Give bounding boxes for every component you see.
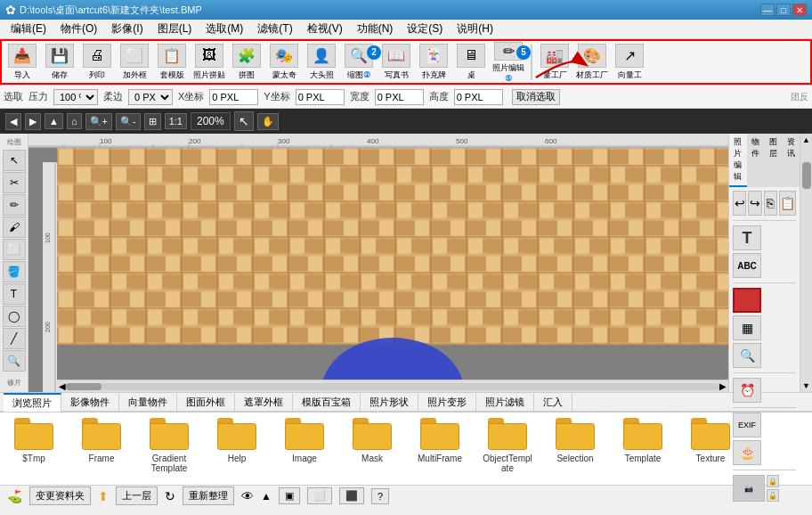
nav-1-1[interactable]: 1:1	[165, 113, 187, 129]
tool-crop[interactable]: ✂	[3, 172, 26, 193]
scroll-left-btn[interactable]: ◀	[59, 381, 66, 391]
x-input[interactable]	[209, 89, 258, 105]
hscroll-thumb[interactable]	[66, 383, 102, 390]
tool-pen[interactable]: ✏	[3, 194, 26, 216]
tool-fill[interactable]: 🪣	[3, 261, 26, 282]
status-question[interactable]: ?	[371, 488, 389, 504]
toolbar-save[interactable]: 💾 储存	[42, 43, 77, 82]
tab-layer[interactable]: 图层	[765, 134, 783, 187]
toolbar-puzzle[interactable]: 🧩 拼图	[229, 43, 264, 82]
tab-canvas-frame[interactable]: 图面外框	[177, 394, 235, 411]
folder-frame[interactable]: Frame	[75, 418, 128, 463]
h-input[interactable]	[454, 89, 503, 105]
folder-help[interactable]: Help	[210, 418, 264, 463]
menu-edit[interactable]: 编辑(E)	[4, 20, 53, 38]
status-btn3[interactable]: ⬛	[339, 487, 364, 504]
folder-image[interactable]: Image	[278, 418, 331, 463]
rt-gradient[interactable]: ▦	[733, 315, 761, 340]
folder-multiframe[interactable]: MultiFrame	[413, 418, 467, 463]
tab-import[interactable]: 汇入	[534, 394, 572, 411]
folder-selection[interactable]: Selection	[548, 418, 602, 463]
tool-shape[interactable]: ◯	[3, 306, 26, 327]
menu-settings[interactable]: 设定(S)	[400, 20, 450, 38]
toolbar-template[interactable]: 📋 套模版	[154, 43, 190, 82]
vscroll-up[interactable]: ▲	[802, 135, 810, 144]
nav-zoom-in[interactable]: 🔍+	[85, 113, 112, 130]
menu-layer[interactable]: 图层(L)	[150, 20, 199, 38]
menu-view[interactable]: 检视(V)	[300, 20, 350, 38]
toolbar-vector[interactable]: ↗ 向量工	[612, 43, 647, 82]
minimize-button[interactable]: —	[760, 4, 775, 16]
rt-birthday[interactable]: 🎂	[733, 440, 761, 465]
toolbar-print[interactable]: 🖨 列印	[79, 43, 115, 82]
tab-image-obj[interactable]: 影像物件	[61, 394, 119, 411]
rt-zoom[interactable]: 🔍	[733, 343, 761, 368]
status-eye-icon[interactable]: 👁	[241, 489, 254, 503]
rt-lock1[interactable]: 🔒	[767, 475, 779, 487]
tool-select[interactable]: ↖	[3, 150, 26, 171]
up-layer-btn[interactable]: 上一层	[116, 486, 158, 505]
nav-hand[interactable]: ✋	[257, 113, 279, 130]
toolbar-thumbnail[interactable]: 🔍 缩图② 2	[341, 43, 377, 82]
toolbar-poker[interactable]: 🃏 扑克牌	[416, 43, 451, 82]
y-input[interactable]	[296, 89, 345, 105]
tool-text[interactable]: T	[3, 283, 26, 305]
tool-zoom[interactable]: 🔍	[3, 350, 26, 372]
nav-zoom-out[interactable]: 🔍-	[116, 113, 141, 130]
folder-tmp[interactable]: $Tmp	[7, 418, 61, 463]
toolbar-frame[interactable]: ⬜ 加外框	[117, 43, 152, 82]
tab-photo-filter[interactable]: 照片滤镜	[476, 394, 534, 411]
rt-paste[interactable]: 📋	[779, 191, 796, 216]
rt-redo[interactable]: ↪	[748, 191, 761, 216]
vscroll-thumb[interactable]	[802, 162, 811, 189]
maximize-button[interactable]: □	[776, 4, 791, 16]
rt-thumbnail[interactable]: 📷	[733, 475, 765, 502]
vscroll-down[interactable]: ▼	[802, 381, 810, 390]
toolbar-photoedit[interactable]: ✏ 照片编辑⑤ 5	[491, 43, 526, 82]
cancel-select-btn[interactable]: 取消选取	[512, 89, 560, 105]
border-select[interactable]: 0 PXL	[128, 89, 173, 105]
folder-template[interactable]: Template	[616, 418, 670, 463]
tab-info[interactable]: 资讯	[782, 134, 800, 187]
rt-color-red[interactable]	[733, 288, 761, 313]
nav-fit[interactable]: ⊞	[144, 113, 161, 130]
status-btn2[interactable]: ⬜	[307, 487, 332, 504]
status-btn1[interactable]: ▣	[279, 487, 300, 504]
nav-cursor[interactable]: ↖	[234, 111, 254, 131]
rt-undo[interactable]: ↩	[733, 191, 746, 216]
tool-eraser[interactable]: ⬜	[3, 239, 26, 260]
status-up-icon[interactable]: ▲	[261, 490, 272, 503]
toolbar-montage[interactable]: 🎭 蒙太奇	[266, 43, 302, 82]
menu-image[interactable]: 影像(I)	[104, 20, 150, 38]
tab-browse[interactable]: 浏览照片	[4, 393, 61, 412]
rt-abc[interactable]: ABC	[733, 253, 761, 278]
nav-up[interactable]: ▲	[45, 113, 63, 129]
menu-object[interactable]: 物件(O)	[53, 20, 104, 38]
toolbar-photobook[interactable]: 📖 写真书	[378, 43, 414, 82]
toolbar-import[interactable]: 📥 导入	[4, 43, 40, 82]
tab-photo-shape[interactable]: 照片形状	[361, 394, 418, 411]
folder-object-template[interactable]: ObjectTemplate	[481, 418, 534, 473]
reorganize-btn[interactable]: 重新整理	[183, 486, 234, 505]
tab-template-box[interactable]: 模版百宝箱	[293, 394, 361, 411]
tab-object[interactable]: 物件	[747, 134, 765, 187]
folder-gradient-template[interactable]: GradientTemplate	[142, 418, 196, 473]
toolbar-bighead[interactable]: 👤 大头照	[304, 43, 339, 82]
tool-brush[interactable]: 🖌	[3, 217, 26, 238]
toolbar-desktop[interactable]: 🖥 桌	[453, 43, 489, 82]
pressure-select[interactable]: 100 %	[53, 89, 98, 105]
rt-text[interactable]: T	[733, 225, 761, 250]
hscroll-track[interactable]	[66, 383, 719, 390]
tab-photo-transform[interactable]: 照片变形	[418, 394, 476, 411]
rt-exif[interactable]: EXIF	[733, 413, 761, 437]
menu-help[interactable]: 说明(H)	[450, 20, 500, 38]
toolbar-collage[interactable]: 🖼 照片拼贴	[191, 43, 227, 82]
nav-home[interactable]: ⌂	[67, 113, 82, 129]
rt-copy[interactable]: ⎘	[764, 191, 777, 216]
scroll-right-btn[interactable]: ▶	[719, 381, 727, 391]
menu-filter[interactable]: 滤镜(T)	[250, 20, 299, 38]
menu-function[interactable]: 功能(N)	[350, 20, 401, 38]
tab-mask-frame[interactable]: 遮罩外框	[235, 394, 293, 411]
nav-forward[interactable]: ▶	[25, 113, 41, 130]
nav-back[interactable]: ◀	[5, 113, 21, 130]
